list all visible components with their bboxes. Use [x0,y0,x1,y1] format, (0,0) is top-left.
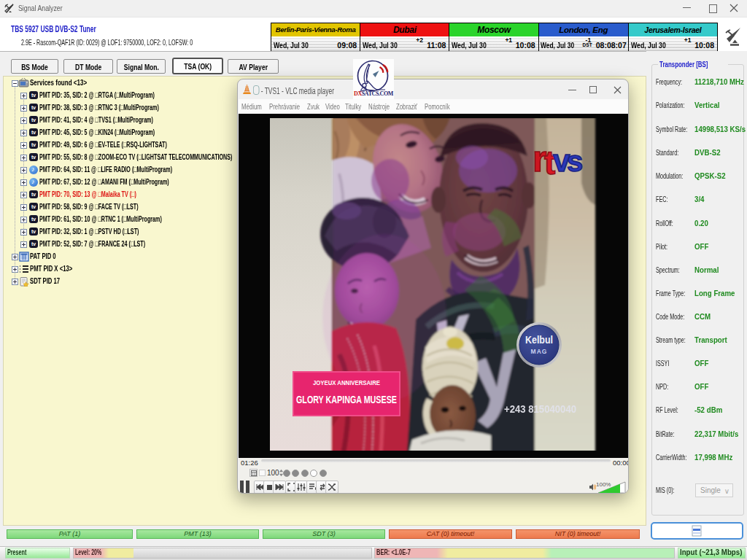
svg-text:Kelbul: Kelbul [525,334,553,346]
svg-text:+243 815040040: +243 815040040 [504,402,576,415]
svg-text:MAG: MAG [531,348,548,355]
svg-text:GLORY KAPINGA MUSESE: GLORY KAPINGA MUSESE [296,394,397,405]
svg-text:s: s [567,145,583,177]
svg-text:JOYEUX ANNIVERSAIRE: JOYEUX ANNIVERSAIRE [313,379,380,386]
